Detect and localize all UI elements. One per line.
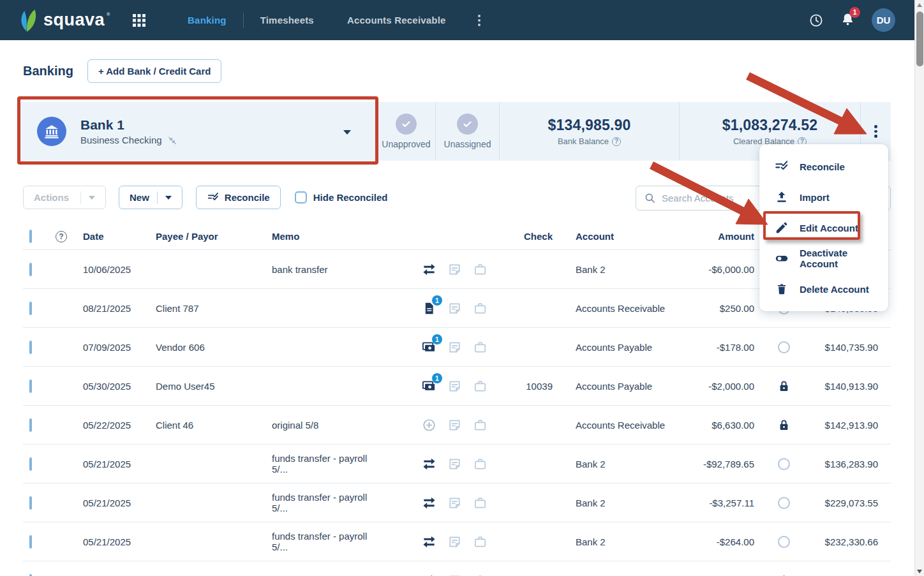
- menu-item-label: Edit Account: [800, 223, 858, 233]
- row-checkbox[interactable]: [29, 341, 32, 354]
- row-checkbox[interactable]: [29, 457, 32, 471]
- table-row[interactable]: [23, 561, 891, 576]
- apps-grid-icon[interactable]: [133, 14, 145, 27]
- memo-note-icon[interactable]: [447, 379, 462, 394]
- scrollbar-thumb[interactable]: [916, 11, 923, 66]
- col-header-check[interactable]: Check: [495, 231, 553, 242]
- briefcase-icon[interactable]: [473, 379, 488, 394]
- cell-date: 07/09/2025: [74, 342, 148, 353]
- menu-item-edit[interactable]: Edit Account: [759, 212, 888, 243]
- menu-item-delete[interactable]: Delete Account: [759, 274, 888, 304]
- col-header-date[interactable]: Date: [74, 231, 148, 242]
- memo-note-icon[interactable]: [447, 457, 462, 471]
- memo-note-icon[interactable]: [447, 535, 462, 549]
- col-header-amount[interactable]: Amount: [690, 231, 763, 242]
- table-row[interactable]: 05/22/2025 Client 46 original 5/8: [23, 406, 891, 445]
- cleared-circle[interactable]: [778, 497, 790, 509]
- scroll-up-arrow-icon[interactable]: [917, 3, 922, 7]
- table-row[interactable]: 07/09/2025 Vendor 606: [23, 328, 891, 367]
- row-checkbox[interactable]: [29, 535, 32, 549]
- help-icon[interactable]: [56, 231, 67, 242]
- user-avatar[interactable]: DU: [872, 8, 895, 32]
- nav-link-accounts-receivable[interactable]: Accounts Receivable: [331, 15, 463, 26]
- memo-note-icon[interactable]: [447, 418, 462, 432]
- cleared-balance-amount: $1,083,274.52: [722, 117, 818, 134]
- briefcase-icon[interactable]: [473, 496, 488, 510]
- reconcile-button[interactable]: Reconcile: [196, 186, 281, 209]
- scroll-down-arrow-icon[interactable]: [917, 570, 922, 573]
- briefcase-icon[interactable]: [473, 573, 488, 576]
- transfer-icon[interactable]: [422, 535, 436, 549]
- new-button[interactable]: New: [119, 186, 183, 209]
- hide-reconciled-checkbox[interactable]: [295, 191, 307, 203]
- cell-balance: $232,330.66: [805, 536, 891, 547]
- briefcase-icon[interactable]: [473, 535, 488, 549]
- nav-link-timesheets[interactable]: Timesheets: [244, 15, 331, 26]
- table-row[interactable]: 05/21/2025 funds transfer - payroll 5/..…: [23, 522, 891, 561]
- briefcase-icon[interactable]: [473, 457, 488, 471]
- menu-item-deactivate[interactable]: Deactivate Account: [759, 243, 888, 274]
- nav-link-banking[interactable]: Banking: [171, 15, 243, 26]
- briefcase-icon[interactable]: [473, 418, 488, 432]
- notifications-bell[interactable]: 1: [840, 11, 855, 29]
- chevron-down-icon: [89, 196, 95, 200]
- transfer-icon[interactable]: [422, 262, 436, 277]
- transfer-icon[interactable]: [422, 457, 436, 471]
- col-header-account[interactable]: Account: [553, 231, 690, 242]
- bank-name: Bank 1: [80, 117, 178, 133]
- row-checkbox[interactable]: [29, 496, 32, 510]
- unapproved-check-icon: [396, 114, 417, 135]
- col-header-payee[interactable]: Payee / Payor: [148, 231, 265, 242]
- briefcase-icon[interactable]: [473, 262, 488, 277]
- cell-account: Accounts Receivable: [553, 420, 690, 431]
- memo-note-icon[interactable]: [447, 340, 462, 355]
- cell-balance: $140,913.90: [805, 381, 891, 392]
- unassigned-filter[interactable]: Unassigned: [435, 102, 499, 161]
- row-checkbox[interactable]: [29, 418, 32, 432]
- select-all-checkbox[interactable]: [29, 230, 32, 243]
- table-row[interactable]: 05/21/2025 funds transfer - payroll 5/..…: [23, 484, 891, 522]
- reconcile-icon: [207, 191, 219, 203]
- add-bank-credit-card-button[interactable]: + Add Bank / Credit Card: [87, 59, 222, 83]
- actions-button[interactable]: Actions: [23, 186, 106, 209]
- col-header-memo[interactable]: Memo: [265, 231, 380, 242]
- memo-note-icon[interactable]: [447, 573, 462, 576]
- help-icon[interactable]: [612, 137, 621, 146]
- nav-overflow-kebab-icon[interactable]: [474, 11, 484, 30]
- lock-icon: [777, 573, 791, 576]
- chevron-down-icon: [165, 196, 172, 200]
- hide-reconciled-toggle[interactable]: Hide Reconciled: [295, 191, 388, 203]
- add-circle-icon[interactable]: [422, 418, 436, 432]
- lock-icon: [777, 379, 791, 394]
- account-selector[interactable]: Bank 1 Business Checking: [19, 102, 376, 161]
- cleared-circle[interactable]: [778, 341, 790, 353]
- menu-item-reconcile[interactable]: Reconcile: [759, 151, 888, 182]
- transfer-icon[interactable]: [422, 496, 436, 510]
- unapproved-label: Unapproved: [382, 139, 430, 149]
- briefcase-icon[interactable]: [473, 340, 488, 355]
- memo-note-icon[interactable]: [447, 262, 462, 277]
- briefcase-icon[interactable]: [473, 301, 488, 316]
- row-checkbox[interactable]: [29, 263, 32, 276]
- menu-item-import[interactable]: Import: [759, 182, 888, 212]
- transfer-icon[interactable]: [422, 573, 436, 576]
- squava-logo[interactable]: squava: [18, 8, 105, 33]
- memo-note-icon[interactable]: [447, 301, 462, 316]
- unapproved-filter[interactable]: Unapproved: [376, 102, 435, 161]
- memo-note-icon[interactable]: [447, 496, 462, 510]
- table-row[interactable]: 05/30/2025 Demo User45: [23, 367, 891, 406]
- menu-item-icon: [775, 282, 789, 296]
- vertical-scrollbar[interactable]: [914, 0, 924, 576]
- row-checkbox[interactable]: [29, 574, 32, 576]
- clock-icon[interactable]: [808, 13, 824, 28]
- count-badge: 1: [432, 295, 442, 306]
- cell-memo: bank transfer: [265, 264, 380, 275]
- account-dropdown-caret-icon[interactable]: [343, 130, 351, 135]
- cleared-circle[interactable]: [778, 536, 790, 548]
- cell-payee: Client 46: [148, 420, 265, 431]
- cleared-circle[interactable]: [778, 458, 790, 470]
- table-row[interactable]: 05/21/2025 funds transfer - payroll 5/..…: [23, 445, 891, 484]
- row-checkbox[interactable]: [29, 302, 32, 315]
- row-checkbox[interactable]: [29, 380, 32, 393]
- cell-amount: -$264.00: [690, 536, 763, 547]
